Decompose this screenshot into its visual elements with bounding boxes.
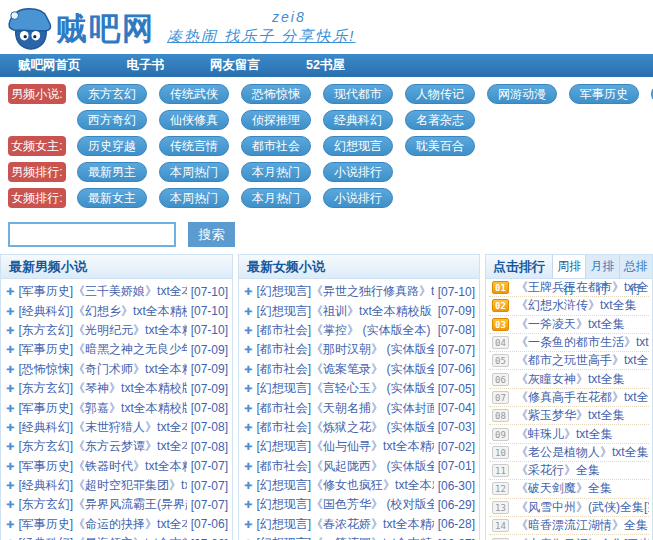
book-link[interactable]: [都市社会]《诡案笔录》 (实体版全本) (256, 361, 433, 378)
bullet-icon: ✚ (6, 344, 14, 355)
category-button[interactable]: 耽美百合 (405, 136, 475, 156)
book-date: [07-09] (191, 382, 228, 396)
category-button[interactable]: 现代都市 (323, 84, 393, 104)
ranking-tab[interactable]: 月排行 (585, 255, 618, 278)
nav-item[interactable]: 电子书 (115, 57, 177, 74)
book-link[interactable]: [军事历史]《三千美娇娘》txt全本精校版 (18, 283, 186, 300)
book-link[interactable]: [恐怖惊悚]《奇门术师》txt全本精校版 (18, 361, 186, 378)
category-button[interactable]: 西方奇幻 (77, 110, 147, 130)
list-item: ✚ [幻想现言]《言轻心玉》 (实体版全本) [07-05] (241, 379, 475, 398)
category-button[interactable]: 传统言情 (159, 136, 229, 156)
category-button[interactable]: 网游动漫 (487, 84, 557, 104)
book-link[interactable]: [幻想现言]《异世之独行修真路》txt全本精校版 (256, 283, 433, 300)
category-button[interactable]: 名著杂志 (405, 110, 475, 130)
main-nav: 贼吧网首页电子书网友留言52书屋 (0, 54, 653, 77)
category-button[interactable]: 都市社会 (241, 136, 311, 156)
category-button[interactable]: 军事历史 (569, 84, 639, 104)
category-button[interactable]: 本周热门 (159, 188, 229, 208)
category-button[interactable]: 历史穿越 (77, 136, 147, 156)
category-button[interactable]: 最新女主 (77, 188, 147, 208)
book-link[interactable]: [幻想现言]《仙与仙寻》txt全本精校版 (256, 438, 433, 455)
bullet-icon: ✚ (244, 422, 252, 433)
ranking-header: 点击排行 周排行月排行总排行 (486, 255, 652, 279)
book-link[interactable]: [都市社会]《风起陇西》 (实体版全本) (256, 458, 433, 475)
category-buttons: 最新男主本周热门本月热门小说排行 (77, 162, 393, 182)
search-button[interactable]: 搜索 (188, 222, 235, 247)
book-link[interactable]: [经典科幻]《末世狩猎人》txt全本精校版 (18, 419, 186, 436)
nav-item[interactable]: 网友留言 (198, 57, 272, 74)
rank-book-link[interactable]: 《风雪中州》(武侠)全集[完整校对] (516, 499, 649, 516)
category-button[interactable]: 经典科幻 (323, 110, 393, 130)
book-link[interactable]: [幻想现言]《春浓花娇》txt全本精校版 (256, 516, 433, 533)
book-date: [07-07] (191, 459, 228, 473)
book-link[interactable]: [都市社会]《炼狱之花》 (实体版全本) (256, 419, 433, 436)
category-button[interactable]: 传统武侠 (159, 84, 229, 104)
rank-book-link[interactable]: 《暗香漂流江湖情》全集 (516, 517, 648, 534)
category-button[interactable]: 恐怖惊悚 (241, 84, 311, 104)
rank-book-link[interactable]: 《一条鱼的都市生活》txt全集 (516, 334, 649, 351)
category-button[interactable]: 小说排行 (323, 162, 393, 182)
search-input[interactable] (8, 222, 176, 247)
category-button[interactable]: 人物传记 (405, 84, 475, 104)
book-link[interactable]: [军事历史]《命运的抉择》txt全本精校版 (18, 516, 186, 533)
site-title[interactable]: 贼吧网 (56, 8, 155, 50)
bullet-icon: ✚ (6, 325, 14, 336)
male-book-list: ✚ [军事历史]《三千美娇娘》txt全本精校版 [07-10] ✚ [经典科幻]… (1, 279, 232, 540)
rank-book-link[interactable]: 《老公是植物人》txt全集 (516, 444, 649, 461)
book-link[interactable]: [都市社会]《那时汉朝》 (实体版全本) (256, 341, 433, 358)
book-link[interactable]: [幻想现言]《言轻心玉》 (实体版全本) (256, 380, 433, 397)
category-button[interactable]: 侦探推理 (241, 110, 311, 130)
book-link[interactable]: [幻想现言]《一笑清国》txt全本精校版 (256, 535, 433, 540)
rank-book-link[interactable]: 《王牌兵王在都市》txt全集 (516, 279, 649, 296)
book-link[interactable]: [军事历史]《铁器时代》txt全本精校版 (18, 458, 186, 475)
book-date: [07-05] (438, 382, 475, 396)
book-link[interactable]: [经典科幻]《幻想乡》txt全本精校版 (18, 303, 186, 320)
book-link[interactable]: [东方玄幻]《东方云梦谭》txt全本精校版 (18, 438, 186, 455)
book-link[interactable]: [都市社会]《掌控》 (实体版全本) (256, 322, 433, 339)
book-link[interactable]: [东方玄幻]《琴神》txt全本精校版 (18, 380, 186, 397)
bullet-icon: ✚ (244, 383, 252, 394)
list-item: ✚ [军事历史]《命运的抉择》txt全本精校版 [07-06] (3, 515, 228, 534)
rank-book-link[interactable]: 《大唐御风记》全集[已出书版本] (516, 536, 649, 540)
list-item: ✚ [恐怖惊悚]《奇门术师》txt全本精校版 [07-09] (3, 360, 228, 379)
book-link[interactable]: [军事历史]《郭嘉》txt全本精校版 (18, 400, 186, 417)
nav-item[interactable]: 贼吧网首页 (6, 57, 93, 74)
rank-item: 15 《大唐御风记》全集[已出书版本] (489, 535, 649, 540)
category-button[interactable]: 本周热门 (159, 162, 229, 182)
book-link[interactable]: [幻想现言]《祖训》txt全本精校版 (256, 303, 433, 320)
book-link[interactable]: [幻想现言]《修女也疯狂》txt全本精校版 (256, 477, 433, 494)
book-link[interactable]: [军事历史]《暗黑之神之无良少年》txt全本精校版 (18, 341, 186, 358)
category-button[interactable]: 本月热门 (241, 162, 311, 182)
category-button[interactable]: 东方玄幻 (77, 84, 147, 104)
category-button[interactable]: 小说排行 (323, 188, 393, 208)
category-button[interactable]: 最新男主 (77, 162, 147, 182)
site-mascot-icon[interactable] (6, 5, 54, 53)
bullet-icon: ✚ (6, 403, 14, 414)
ranking-tab[interactable]: 总排行 (619, 255, 652, 278)
rank-book-link[interactable]: 《都市之玩世高手》txt全集 (516, 352, 649, 369)
category-row-female-novel: 女频女主: 历史穿越传统言情都市社会幻想现言耽美百合 (0, 136, 653, 156)
rank-book-link[interactable]: 《灰瞳女神》txt全集 (516, 371, 625, 388)
ranking-list: 01 《王牌兵王在都市》txt全集 02 《幻想水浒传》txt全集 03 《一斧… (486, 279, 652, 540)
rank-book-link[interactable]: 《幻想水浒传》txt全集 (516, 297, 637, 314)
nav-item[interactable]: 52书屋 (294, 57, 357, 74)
category-button[interactable]: 本月热门 (241, 188, 311, 208)
category-button[interactable]: 幻想现言 (323, 136, 393, 156)
book-link[interactable]: [都市社会]《天朝名捕》 (实体封面全本) (256, 400, 433, 417)
rank-book-link[interactable]: 《紫玉梦华》txt全集 (516, 407, 625, 424)
book-link[interactable]: [东方玄幻]《异界风流霸王(异界超级霸王)》txt全 (18, 496, 186, 513)
book-link[interactable]: [经典科幻]《超时空犯罪集团》txt全本精校版 (18, 477, 186, 494)
list-item: ✚ [幻想现言]《祖训》txt全本精校版 [07-09] (241, 301, 475, 320)
rank-book-link[interactable]: 《破天剑魔》全集 (516, 480, 612, 497)
rank-book-link[interactable]: 《修真高手在花都》txt全集 (516, 389, 649, 406)
rank-item: 02 《幻想水浒传》txt全集 (489, 297, 649, 315)
rank-book-link[interactable]: 《蚌珠儿》txt全集 (516, 426, 613, 443)
ranking-tab[interactable]: 周排行 (552, 255, 585, 278)
rank-book-link[interactable]: 《采花行》全集 (516, 462, 600, 479)
tagline-wrap: zei8 凑热闹 找乐子 分享快乐! (167, 11, 356, 46)
rank-book-link[interactable]: 《一斧凌天》txt全集 (516, 316, 625, 333)
category-button[interactable]: 仙侠修真 (159, 110, 229, 130)
book-link[interactable]: [经典科幻]《星海领主》txt全本精校版 (18, 535, 186, 540)
book-link[interactable]: [东方玄幻]《光明纪元》txt全本精校版 (18, 322, 186, 339)
book-link[interactable]: [幻想现言]《国色芳华》 (校对版全本+番外) (256, 496, 433, 513)
